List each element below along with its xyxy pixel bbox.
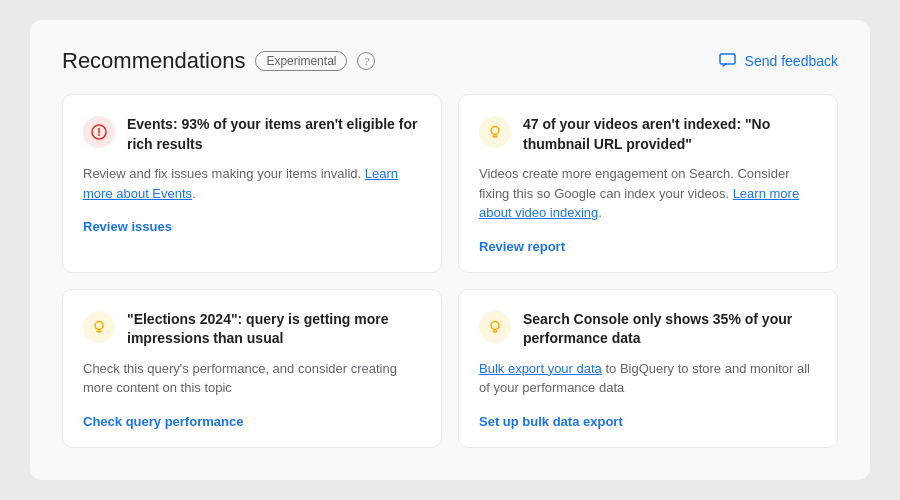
lightbulb-icon <box>91 319 107 335</box>
experimental-badge: Experimental <box>255 51 347 71</box>
lightbulb-icon <box>487 319 503 335</box>
svg-point-3 <box>98 134 100 136</box>
lightbulb-icon-circle-videos <box>479 116 511 148</box>
card-videos: 47 of your videos aren't indexed: "No th… <box>458 94 838 273</box>
recommendations-panel: Recommendations Experimental ? Send feed… <box>30 20 870 480</box>
help-icon[interactable]: ? <box>357 52 375 70</box>
card-header: 47 of your videos aren't indexed: "No th… <box>479 115 817 154</box>
send-feedback-button[interactable]: Send feedback <box>719 53 838 69</box>
card-search-console-title: Search Console only shows 35% of your pe… <box>523 310 817 349</box>
error-icon <box>91 124 107 140</box>
check-query-performance-link[interactable]: Check query performance <box>83 414 421 429</box>
card-header: "Elections 2024": query is getting more … <box>83 310 421 349</box>
set-up-bulk-data-export-link[interactable]: Set up bulk data export <box>479 414 817 429</box>
card-search-console-description: Bulk export your data to BigQuery to sto… <box>479 359 817 398</box>
card-videos-title: 47 of your videos aren't indexed: "No th… <box>523 115 817 154</box>
card-elections-description: Check this query's performance, and cons… <box>83 359 421 398</box>
card-videos-description: Videos create more engagement on Search.… <box>479 164 817 223</box>
page-title: Recommendations <box>62 48 245 74</box>
error-icon-circle <box>83 116 115 148</box>
lightbulb-icon <box>487 124 503 140</box>
svg-rect-0 <box>720 54 735 64</box>
svg-point-8 <box>491 321 499 329</box>
card-header: Events: 93% of your items aren't eligibl… <box>83 115 421 154</box>
panel-header: Recommendations Experimental ? Send feed… <box>62 48 838 74</box>
send-feedback-label: Send feedback <box>745 53 838 69</box>
card-events: Events: 93% of your items aren't eligibl… <box>62 94 442 273</box>
card-events-desc-text: Review and fix issues making your items … <box>83 166 365 181</box>
card-elections: "Elections 2024": query is getting more … <box>62 289 442 448</box>
review-issues-link[interactable]: Review issues <box>83 219 421 234</box>
lightbulb-icon-circle-elections <box>83 311 115 343</box>
title-group: Recommendations Experimental ? <box>62 48 375 74</box>
svg-point-6 <box>95 321 103 329</box>
review-report-link[interactable]: Review report <box>479 239 817 254</box>
card-elections-title: "Elections 2024": query is getting more … <box>127 310 421 349</box>
card-events-description: Review and fix issues making your items … <box>83 164 421 203</box>
svg-point-4 <box>491 127 499 135</box>
card-header: Search Console only shows 35% of your pe… <box>479 310 817 349</box>
card-search-console: Search Console only shows 35% of your pe… <box>458 289 838 448</box>
lightbulb-icon-circle-search-console <box>479 311 511 343</box>
cards-grid: Events: 93% of your items aren't eligibl… <box>62 94 838 448</box>
feedback-icon <box>719 53 739 69</box>
card-events-title: Events: 93% of your items aren't eligibl… <box>127 115 421 154</box>
bulk-export-link[interactable]: Bulk export your data <box>479 361 602 376</box>
